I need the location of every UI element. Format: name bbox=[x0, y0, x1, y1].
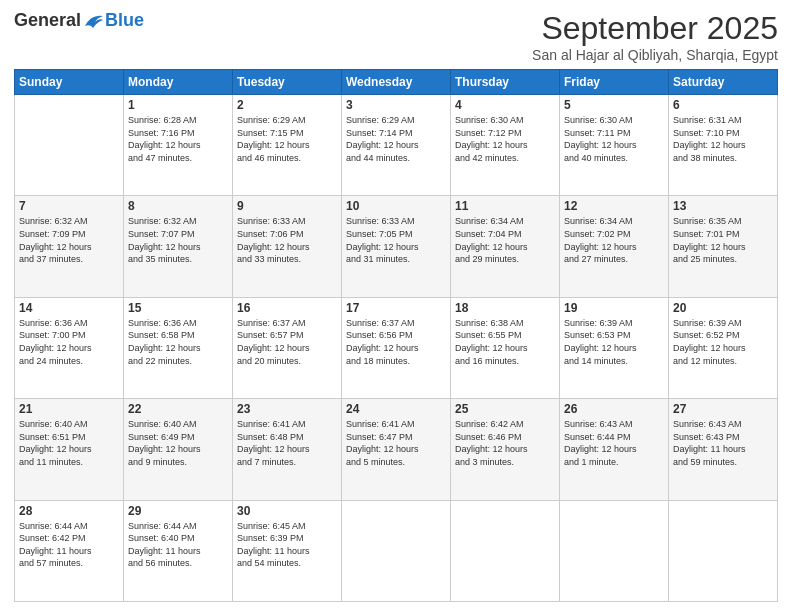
day-info: Sunrise: 6:28 AM Sunset: 7:16 PM Dayligh… bbox=[128, 114, 228, 164]
calendar-week-row: 1Sunrise: 6:28 AM Sunset: 7:16 PM Daylig… bbox=[15, 95, 778, 196]
logo-blue-text: Blue bbox=[105, 10, 144, 31]
col-monday: Monday bbox=[124, 70, 233, 95]
calendar-week-row: 21Sunrise: 6:40 AM Sunset: 6:51 PM Dayli… bbox=[15, 399, 778, 500]
day-info: Sunrise: 6:39 AM Sunset: 6:52 PM Dayligh… bbox=[673, 317, 773, 367]
table-row: 13Sunrise: 6:35 AM Sunset: 7:01 PM Dayli… bbox=[669, 196, 778, 297]
day-info: Sunrise: 6:42 AM Sunset: 6:46 PM Dayligh… bbox=[455, 418, 555, 468]
day-number: 14 bbox=[19, 301, 119, 315]
table-row: 6Sunrise: 6:31 AM Sunset: 7:10 PM Daylig… bbox=[669, 95, 778, 196]
day-number: 23 bbox=[237, 402, 337, 416]
col-tuesday: Tuesday bbox=[233, 70, 342, 95]
day-number: 5 bbox=[564, 98, 664, 112]
day-number: 8 bbox=[128, 199, 228, 213]
day-number: 11 bbox=[455, 199, 555, 213]
table-row: 27Sunrise: 6:43 AM Sunset: 6:43 PM Dayli… bbox=[669, 399, 778, 500]
day-number: 24 bbox=[346, 402, 446, 416]
title-block: September 2025 San al Hajar al Qibliyah,… bbox=[532, 10, 778, 63]
day-number: 30 bbox=[237, 504, 337, 518]
table-row: 9Sunrise: 6:33 AM Sunset: 7:06 PM Daylig… bbox=[233, 196, 342, 297]
day-number: 20 bbox=[673, 301, 773, 315]
day-info: Sunrise: 6:35 AM Sunset: 7:01 PM Dayligh… bbox=[673, 215, 773, 265]
day-info: Sunrise: 6:44 AM Sunset: 6:42 PM Dayligh… bbox=[19, 520, 119, 570]
table-row: 5Sunrise: 6:30 AM Sunset: 7:11 PM Daylig… bbox=[560, 95, 669, 196]
table-row: 15Sunrise: 6:36 AM Sunset: 6:58 PM Dayli… bbox=[124, 297, 233, 398]
day-number: 13 bbox=[673, 199, 773, 213]
page: General Blue September 2025 San al Hajar… bbox=[0, 0, 792, 612]
day-number: 18 bbox=[455, 301, 555, 315]
table-row: 30Sunrise: 6:45 AM Sunset: 6:39 PM Dayli… bbox=[233, 500, 342, 601]
col-sunday: Sunday bbox=[15, 70, 124, 95]
day-number: 1 bbox=[128, 98, 228, 112]
day-number: 17 bbox=[346, 301, 446, 315]
table-row bbox=[669, 500, 778, 601]
col-saturday: Saturday bbox=[669, 70, 778, 95]
day-info: Sunrise: 6:44 AM Sunset: 6:40 PM Dayligh… bbox=[128, 520, 228, 570]
table-row: 8Sunrise: 6:32 AM Sunset: 7:07 PM Daylig… bbox=[124, 196, 233, 297]
day-info: Sunrise: 6:33 AM Sunset: 7:05 PM Dayligh… bbox=[346, 215, 446, 265]
table-row: 20Sunrise: 6:39 AM Sunset: 6:52 PM Dayli… bbox=[669, 297, 778, 398]
table-row: 1Sunrise: 6:28 AM Sunset: 7:16 PM Daylig… bbox=[124, 95, 233, 196]
table-row: 3Sunrise: 6:29 AM Sunset: 7:14 PM Daylig… bbox=[342, 95, 451, 196]
day-info: Sunrise: 6:40 AM Sunset: 6:51 PM Dayligh… bbox=[19, 418, 119, 468]
day-info: Sunrise: 6:36 AM Sunset: 7:00 PM Dayligh… bbox=[19, 317, 119, 367]
day-number: 2 bbox=[237, 98, 337, 112]
table-row: 25Sunrise: 6:42 AM Sunset: 6:46 PM Dayli… bbox=[451, 399, 560, 500]
table-row bbox=[342, 500, 451, 601]
day-info: Sunrise: 6:31 AM Sunset: 7:10 PM Dayligh… bbox=[673, 114, 773, 164]
day-number: 22 bbox=[128, 402, 228, 416]
col-friday: Friday bbox=[560, 70, 669, 95]
table-row bbox=[15, 95, 124, 196]
table-row: 19Sunrise: 6:39 AM Sunset: 6:53 PM Dayli… bbox=[560, 297, 669, 398]
day-number: 16 bbox=[237, 301, 337, 315]
day-info: Sunrise: 6:36 AM Sunset: 6:58 PM Dayligh… bbox=[128, 317, 228, 367]
day-info: Sunrise: 6:29 AM Sunset: 7:14 PM Dayligh… bbox=[346, 114, 446, 164]
day-number: 27 bbox=[673, 402, 773, 416]
day-info: Sunrise: 6:34 AM Sunset: 7:04 PM Dayligh… bbox=[455, 215, 555, 265]
calendar-header-row: Sunday Monday Tuesday Wednesday Thursday… bbox=[15, 70, 778, 95]
day-number: 3 bbox=[346, 98, 446, 112]
calendar-week-row: 28Sunrise: 6:44 AM Sunset: 6:42 PM Dayli… bbox=[15, 500, 778, 601]
table-row bbox=[451, 500, 560, 601]
day-info: Sunrise: 6:37 AM Sunset: 6:57 PM Dayligh… bbox=[237, 317, 337, 367]
table-row: 2Sunrise: 6:29 AM Sunset: 7:15 PM Daylig… bbox=[233, 95, 342, 196]
day-info: Sunrise: 6:39 AM Sunset: 6:53 PM Dayligh… bbox=[564, 317, 664, 367]
day-number: 6 bbox=[673, 98, 773, 112]
table-row: 11Sunrise: 6:34 AM Sunset: 7:04 PM Dayli… bbox=[451, 196, 560, 297]
logo: General Blue bbox=[14, 10, 144, 31]
table-row: 7Sunrise: 6:32 AM Sunset: 7:09 PM Daylig… bbox=[15, 196, 124, 297]
col-thursday: Thursday bbox=[451, 70, 560, 95]
day-number: 19 bbox=[564, 301, 664, 315]
logo-bird-icon bbox=[83, 12, 105, 30]
table-row: 23Sunrise: 6:41 AM Sunset: 6:48 PM Dayli… bbox=[233, 399, 342, 500]
table-row: 12Sunrise: 6:34 AM Sunset: 7:02 PM Dayli… bbox=[560, 196, 669, 297]
table-row: 14Sunrise: 6:36 AM Sunset: 7:00 PM Dayli… bbox=[15, 297, 124, 398]
day-info: Sunrise: 6:30 AM Sunset: 7:12 PM Dayligh… bbox=[455, 114, 555, 164]
location: San al Hajar al Qibliyah, Sharqia, Egypt bbox=[532, 47, 778, 63]
day-info: Sunrise: 6:41 AM Sunset: 6:47 PM Dayligh… bbox=[346, 418, 446, 468]
table-row: 21Sunrise: 6:40 AM Sunset: 6:51 PM Dayli… bbox=[15, 399, 124, 500]
table-row bbox=[560, 500, 669, 601]
day-number: 4 bbox=[455, 98, 555, 112]
table-row: 10Sunrise: 6:33 AM Sunset: 7:05 PM Dayli… bbox=[342, 196, 451, 297]
table-row: 26Sunrise: 6:43 AM Sunset: 6:44 PM Dayli… bbox=[560, 399, 669, 500]
day-number: 21 bbox=[19, 402, 119, 416]
day-number: 12 bbox=[564, 199, 664, 213]
day-info: Sunrise: 6:38 AM Sunset: 6:55 PM Dayligh… bbox=[455, 317, 555, 367]
day-number: 26 bbox=[564, 402, 664, 416]
table-row: 17Sunrise: 6:37 AM Sunset: 6:56 PM Dayli… bbox=[342, 297, 451, 398]
day-number: 7 bbox=[19, 199, 119, 213]
table-row: 18Sunrise: 6:38 AM Sunset: 6:55 PM Dayli… bbox=[451, 297, 560, 398]
day-number: 29 bbox=[128, 504, 228, 518]
day-number: 10 bbox=[346, 199, 446, 213]
month-title: September 2025 bbox=[532, 10, 778, 47]
day-info: Sunrise: 6:29 AM Sunset: 7:15 PM Dayligh… bbox=[237, 114, 337, 164]
day-info: Sunrise: 6:32 AM Sunset: 7:09 PM Dayligh… bbox=[19, 215, 119, 265]
calendar-table: Sunday Monday Tuesday Wednesday Thursday… bbox=[14, 69, 778, 602]
day-info: Sunrise: 6:37 AM Sunset: 6:56 PM Dayligh… bbox=[346, 317, 446, 367]
day-info: Sunrise: 6:34 AM Sunset: 7:02 PM Dayligh… bbox=[564, 215, 664, 265]
table-row: 29Sunrise: 6:44 AM Sunset: 6:40 PM Dayli… bbox=[124, 500, 233, 601]
table-row: 4Sunrise: 6:30 AM Sunset: 7:12 PM Daylig… bbox=[451, 95, 560, 196]
day-info: Sunrise: 6:43 AM Sunset: 6:43 PM Dayligh… bbox=[673, 418, 773, 468]
table-row: 24Sunrise: 6:41 AM Sunset: 6:47 PM Dayli… bbox=[342, 399, 451, 500]
day-info: Sunrise: 6:45 AM Sunset: 6:39 PM Dayligh… bbox=[237, 520, 337, 570]
